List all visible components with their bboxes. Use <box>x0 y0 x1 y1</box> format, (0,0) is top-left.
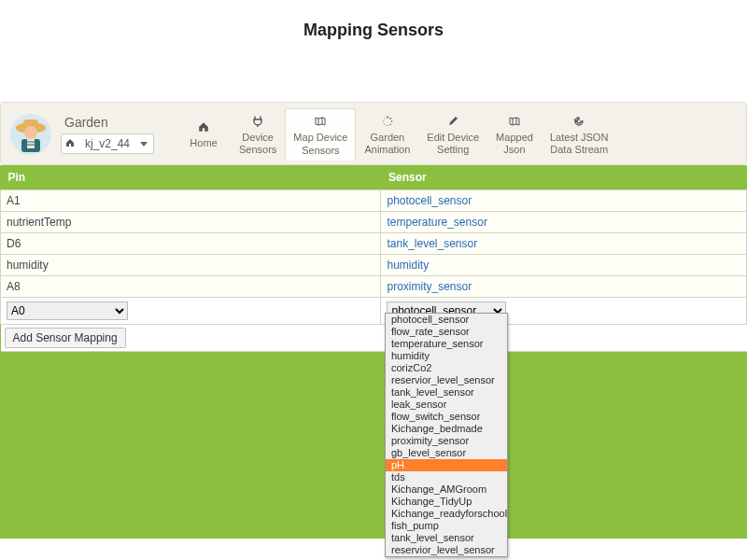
page-title: Mapping Sensors <box>0 0 747 51</box>
sensor-link[interactable]: humidity <box>387 259 429 272</box>
svg-point-9 <box>389 118 391 119</box>
dropdown-option[interactable]: Kichange_readyforschool <box>386 508 507 520</box>
dropdown-option[interactable]: temperature_sensor <box>386 338 507 350</box>
home-icon <box>65 137 75 150</box>
sensor-link[interactable]: tank_level_sensor <box>387 237 477 250</box>
sensor-cell: humidity <box>381 255 747 276</box>
add-sensor-mapping-button[interactable]: Add Sensor Mapping <box>5 328 126 348</box>
nav-label: Home <box>190 137 217 149</box>
dropdown-option[interactable]: flow_switch_sensor <box>386 411 507 423</box>
spinner-icon <box>382 115 393 128</box>
sensor-cell: temperature_sensor <box>381 212 747 233</box>
nav-item-device-sensors[interactable]: Device Sensors <box>231 108 285 161</box>
svg-point-10 <box>391 120 393 122</box>
pin-cell: nutrientTemp <box>1 212 381 233</box>
nav-item-latest-json-data-stream[interactable]: Latest JSON Data Stream <box>542 108 616 161</box>
device-select[interactable]: kj_v2_44 <box>61 133 154 154</box>
sensor-cell: tank_level_sensor <box>381 233 747 255</box>
nav-item-map-device-sensors[interactable]: Map Device Sensors <box>285 108 356 161</box>
sensor-link[interactable]: photocell_sensor <box>387 194 472 207</box>
nav-item-edit-device-setting[interactable]: Edit Device Setting <box>418 108 487 161</box>
nav-label: Mapped Json <box>496 132 533 156</box>
form-row: A0photocell_sensor <box>1 298 747 325</box>
sensor-cell: proximity_sensor <box>381 276 747 298</box>
svg-point-11 <box>389 123 390 124</box>
pin-cell: D6 <box>1 233 381 255</box>
garden-label: Garden <box>61 115 163 130</box>
nav-item-mapped-json[interactable]: Mapped Json <box>487 108 542 161</box>
dropdown-option[interactable]: fish_pump <box>386 520 507 532</box>
nav-label: Latest JSON Data Stream <box>550 132 608 156</box>
nav-item-garden-animation[interactable]: Garden Animation <box>356 108 418 161</box>
table-row: nutrientTemptemperature_sensor <box>1 212 747 233</box>
table-row: humidityhumidity <box>1 255 747 276</box>
dropdown-option[interactable]: pH <box>386 459 507 471</box>
sensor-cell: photocell_sensor <box>381 190 747 212</box>
sensor-dropdown-open[interactable]: photocell_sensorflow_rate_sensortemperat… <box>385 313 508 557</box>
dropdown-option[interactable]: flow_rate_sensor <box>386 326 507 338</box>
device-select-value: kj_v2_44 <box>85 137 130 150</box>
dropdown-option[interactable]: Kichange_bedmade <box>386 423 507 435</box>
nav-label: Device Sensors <box>239 132 276 156</box>
pin-cell: A1 <box>1 190 381 212</box>
map-icon <box>509 115 520 128</box>
chevron-down-icon <box>140 142 148 147</box>
nav-label: Map Device Sensors <box>293 132 347 156</box>
svg-point-14 <box>383 120 384 121</box>
sensor-table: Pin Sensor A1photocell_sensornutrientTem… <box>0 165 747 352</box>
dropdown-option[interactable]: proximity_sensor <box>386 435 507 447</box>
col-header-sensor: Sensor <box>381 165 747 190</box>
dropdown-option[interactable]: leak_sensor <box>386 399 507 411</box>
svg-rect-5 <box>27 139 35 148</box>
svg-point-13 <box>384 124 385 125</box>
toolbar: Garden kj_v2_44 HomeDevice SensorsMap De… <box>0 102 747 165</box>
dropdown-option[interactable]: humidity <box>386 350 507 362</box>
dropdown-option[interactable]: tank_level_sensor <box>386 532 507 544</box>
pin-select[interactable]: A0 <box>7 301 128 320</box>
pin-cell: A8 <box>1 276 381 298</box>
col-header-pin: Pin <box>1 165 381 190</box>
svg-point-15 <box>384 118 385 119</box>
history-icon <box>573 115 585 128</box>
add-row: Add Sensor Mapping <box>1 325 747 352</box>
table-row: A1photocell_sensor <box>1 190 747 212</box>
svg-point-12 <box>387 125 388 126</box>
dropdown-option[interactable]: tank_level_sensor <box>386 386 507 399</box>
dropdown-option[interactable]: Kichange_TidyUp <box>386 496 507 508</box>
nav-label: Edit Device Setting <box>427 132 479 156</box>
svg-point-3 <box>24 126 37 139</box>
dropdown-option[interactable]: reservior_level_sensor <box>386 544 507 556</box>
main-body: Pin Sensor A1photocell_sensornutrientTem… <box>0 165 747 539</box>
plug-icon <box>252 115 263 128</box>
svg-point-8 <box>387 116 388 118</box>
pin-select-cell: A0 <box>1 298 381 325</box>
sensor-link[interactable]: proximity_sensor <box>387 280 472 293</box>
avatar <box>10 114 51 155</box>
map-icon <box>315 115 326 128</box>
sensor-link[interactable]: temperature_sensor <box>387 216 486 229</box>
home-icon <box>198 120 209 133</box>
dropdown-option[interactable]: photocell_sensor <box>386 314 507 326</box>
pin-cell: humidity <box>1 255 381 276</box>
dropdown-option[interactable]: gb_level_sensor <box>386 447 507 459</box>
table-row: A8proximity_sensor <box>1 276 747 298</box>
dropdown-option[interactable]: tds <box>386 471 507 483</box>
nav-items: HomeDevice SensorsMap Device SensorsGard… <box>176 108 616 161</box>
dropdown-option[interactable]: Kichange_AMGroom <box>386 483 507 496</box>
nav-label: Garden Animation <box>364 132 410 156</box>
dropdown-option[interactable]: corizCo2 <box>386 362 507 374</box>
pencil-icon <box>447 115 458 128</box>
nav-item-home[interactable]: Home <box>176 108 231 161</box>
toolbar-left: Garden kj_v2_44 <box>61 115 163 154</box>
table-row: D6tank_level_sensor <box>1 233 747 255</box>
dropdown-option[interactable]: reservior_level_sensor <box>386 374 507 386</box>
